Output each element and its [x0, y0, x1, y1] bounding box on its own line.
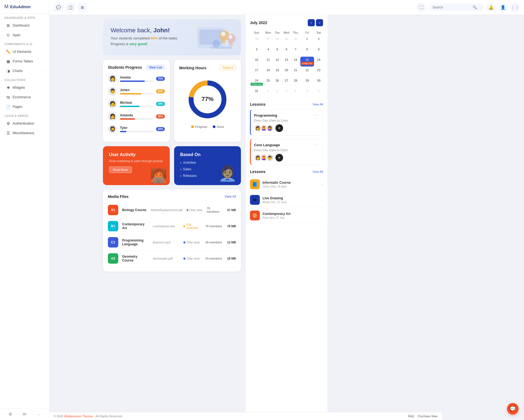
cal-day[interactable]: 28 [291, 77, 300, 87]
cal-day[interactable]: 10 [250, 57, 263, 67]
cal-day[interactable]: 27 [282, 77, 291, 87]
cal-day-header: Sat [315, 30, 323, 35]
media-file: phpcore.mp3 [153, 241, 180, 244]
media-name: Contemporary Art [122, 222, 149, 230]
cal-day[interactable]: 29 [282, 36, 291, 46]
lesson-add-btn[interactable]: + [275, 124, 283, 132]
lesson-options-btn[interactable]: ··· [314, 142, 319, 147]
lesson-card: Core Language ··· Every Day 12pm to 01pm… [250, 139, 323, 165]
cal-day[interactable]: 26 [273, 77, 281, 87]
student-info: Amelia [120, 76, 153, 82]
cal-day[interactable]: 6 [282, 46, 291, 56]
fullscreen-btn[interactable]: ⛶ [417, 3, 426, 12]
cal-day[interactable]: 14 [291, 57, 300, 67]
cal-day[interactable]: 3 [250, 46, 263, 56]
cal-day[interactable]: 7 [291, 46, 300, 56]
sidebar-item-apps[interactable]: ⊙ Apps › [2, 30, 47, 40]
cal-day[interactable]: 3 [282, 88, 291, 98]
dots-btn[interactable]: ⋮⋮ [510, 3, 520, 12]
user-btn[interactable]: 👤 [498, 3, 508, 12]
cal-day[interactable]: 30 [291, 36, 300, 46]
cal-day[interactable]: 20 [282, 67, 291, 77]
lessons-bottom-view-all[interactable]: View All [313, 170, 323, 173]
sidebar-item-pages[interactable]: 📄 Pages › [2, 102, 47, 111]
sidebar-item-authentication[interactable]: ⚙ Authentication › [2, 119, 47, 128]
cal-day[interactable]: 18 [264, 67, 272, 77]
lesson-add-btn[interactable]: + [275, 154, 283, 162]
authentication-icon: ⚙ [6, 121, 10, 126]
clipboard-icon-btn[interactable]: 📋 [66, 3, 75, 12]
cal-day[interactable]: 13 [282, 57, 291, 67]
sidebar-item-ui-elements[interactable]: ✏️ UI Elements › [2, 47, 47, 56]
cal-day[interactable]: 28 [273, 36, 281, 46]
media-status: Edit available [183, 223, 201, 229]
cal-day[interactable]: 5 [300, 88, 314, 98]
view-list-button[interactable]: View List [146, 65, 165, 70]
cal-day[interactable]: 17 [250, 67, 263, 77]
cal-day[interactable]: 31 [250, 88, 263, 98]
lesson-options-btn[interactable]: ··· [314, 113, 319, 118]
cal-day-header: Wed [282, 30, 291, 35]
today-button[interactable]: Today ▾ [219, 65, 236, 71]
message-icon[interactable]: ✉ [23, 412, 26, 417]
cal-day[interactable]: 19 [273, 67, 281, 77]
more-icon[interactable]: ··· [37, 412, 41, 417]
search-input[interactable] [433, 5, 471, 9]
lesson-list-name: Informatic Course [263, 181, 319, 185]
lesson-time: Every Day 10am to 11am [254, 119, 319, 122]
settings-icon[interactable]: ⚙ [8, 412, 12, 417]
media-view-all[interactable]: View All [224, 195, 236, 199]
chat-icon-btn[interactable]: 💬 [54, 3, 63, 12]
cal-prev-btn[interactable]: ‹ [308, 19, 315, 26]
cal-day[interactable]: 25 [264, 77, 272, 87]
grid-icon-btn[interactable]: ⊞ [78, 3, 87, 12]
cal-day[interactable]: 27 [264, 36, 272, 46]
bell-btn[interactable]: 🔔 [486, 3, 496, 12]
welcome-illustration [181, 22, 235, 55]
cal-day[interactable]: 4 [264, 46, 272, 56]
cal-day-header: Sun [250, 30, 263, 35]
sidebar-item-miscellaneous[interactable]: ☰ Miscellaneous › [2, 128, 47, 138]
footer-brand-link[interactable]: Multipurpose Themes [64, 415, 93, 418]
cal-day[interactable]: 16 [315, 57, 323, 67]
cal-day[interactable]: 22 [300, 67, 314, 77]
cal-day[interactable]: 5 [273, 46, 281, 56]
cal-day[interactable]: 12 [273, 57, 281, 67]
cal-day[interactable]: 6 [315, 88, 323, 98]
cal-day[interactable]: 23 [315, 67, 323, 77]
cal-day[interactable]: 9 [315, 46, 323, 56]
sidebar-logo: M EduAdmin [0, 0, 49, 14]
footer-purchase-link[interactable]: Purchase Now [418, 415, 437, 418]
sidebar-item-forms-tables[interactable]: ▦ Forms Tables › [2, 57, 47, 66]
cal-day[interactable]: 30 [315, 77, 323, 87]
student-info: Micheal [120, 101, 153, 107]
sidebar-section-label: COLLECTIONS [0, 76, 49, 83]
cal-day[interactable]: 4 [291, 88, 300, 98]
sidebar-item-dashboard[interactable]: ⊞ Dashboard › [2, 21, 47, 30]
cal-day[interactable]: 29 [300, 77, 314, 87]
cal-day[interactable]: 1 [264, 88, 272, 98]
cal-day[interactable]: 8 [300, 46, 314, 56]
footer-faq-link[interactable]: FAQ [408, 415, 414, 418]
lessons-top-view-all[interactable]: View All [313, 103, 323, 106]
cal-day[interactable]: 11 [264, 57, 272, 67]
activity-illustration: 👩‍💻 [150, 168, 167, 184]
cal-day[interactable]: 154:46p This [300, 57, 314, 67]
cal-day[interactable]: 21 [291, 67, 300, 77]
lesson-list-item[interactable]: 🎨 Contemporary Art Potar doe, 27 July › [250, 208, 323, 223]
chevron-icon: › [42, 86, 43, 89]
lesson-list-item[interactable]: 📘 Informatic Course Johen Doe, 19 April … [250, 177, 323, 192]
cal-next-btn[interactable]: › [316, 19, 323, 26]
cal-day[interactable]: 26 [250, 36, 263, 46]
cal-day[interactable]: 246:45p Like [250, 77, 263, 87]
sidebar-section-label: DASHBOARD & APPS [0, 14, 49, 21]
cal-day[interactable]: 2 [315, 36, 323, 46]
cal-day[interactable]: 1 [300, 36, 314, 46]
sidebar-item-ecommerce[interactable]: 🛍 Ecommerce › [2, 93, 47, 102]
cal-day[interactable]: 2 [273, 88, 281, 98]
lesson-list-item[interactable]: ✉ Live Drawing Micak Doe, 12 June › [250, 192, 323, 208]
read-more-button[interactable]: Read More [109, 166, 132, 173]
fab-button[interactable]: 💬 [507, 403, 519, 415]
sidebar-item-widgets[interactable]: ❖ Widgets › [2, 83, 47, 92]
sidebar-item-charts[interactable]: ◑ Charts › [2, 66, 47, 76]
